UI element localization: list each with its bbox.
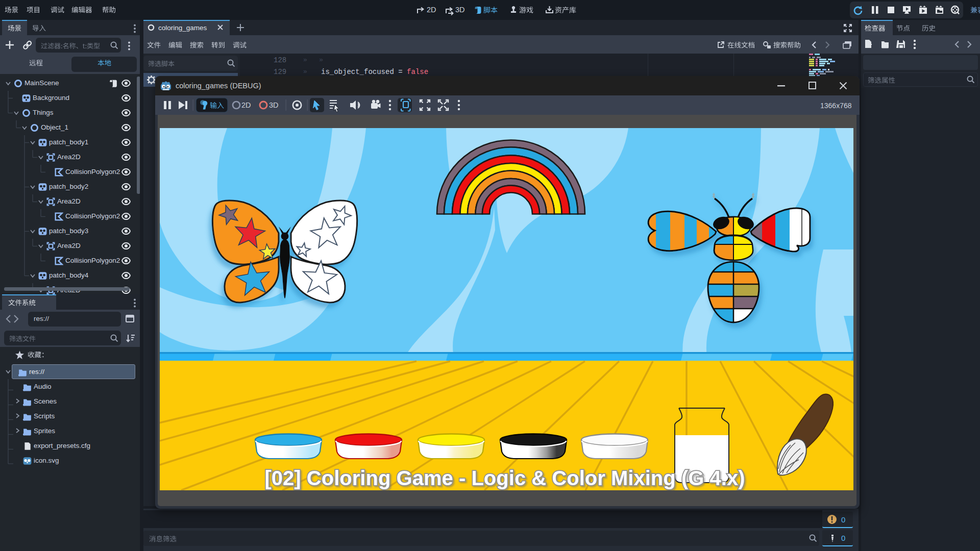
svg-text:[02] Coloring Game - Logic & C: [02] Coloring Game - Logic & Color Mixin… [265, 466, 745, 490]
